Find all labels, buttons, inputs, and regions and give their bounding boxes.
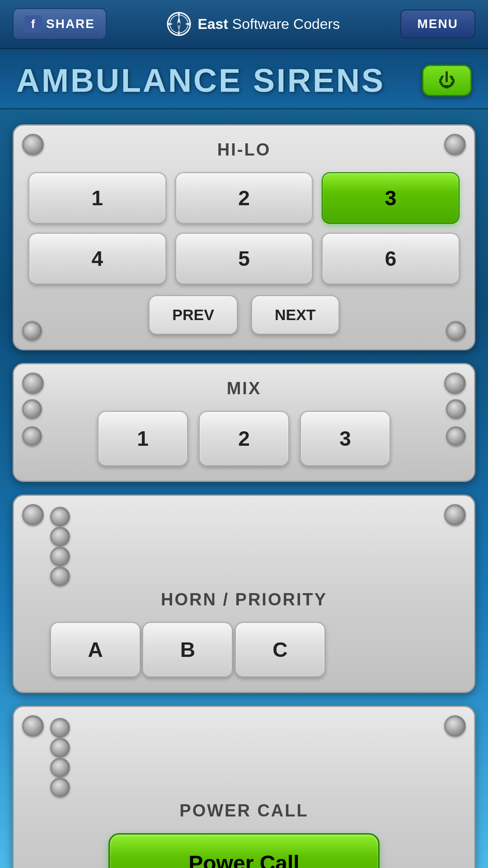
svg-text:E: E [188, 23, 191, 26]
mix-btn-1[interactable]: 1 [98, 411, 188, 466]
screw-br [50, 566, 70, 586]
screw-tr [50, 547, 70, 566]
menu-button[interactable]: MENU [400, 9, 475, 38]
mix-right-screws [446, 399, 466, 446]
horn-left-screws [50, 507, 438, 547]
share-label: SHARE [46, 17, 95, 31]
hilo-panel: HI-LO 1 2 3 4 5 6 PREV NEXT [13, 124, 475, 350]
brand-logo: N S W E East Software Coders [167, 12, 340, 36]
svg-marker-6 [177, 16, 181, 24]
brand-name: East Software Coders [197, 16, 340, 33]
hilo-btn-4[interactable]: 4 [28, 233, 166, 284]
svg-text:N: N [178, 13, 180, 16]
mix-btn-3[interactable]: 3 [300, 411, 390, 466]
hilo-btn-3[interactable]: 3 [322, 172, 460, 224]
power-call-button[interactable]: Power Call [108, 833, 380, 868]
mix-left-screws [22, 399, 42, 446]
mix-btn-row: 1 2 3 [50, 411, 438, 466]
screw-bl [22, 426, 42, 446]
facebook-icon: f [24, 15, 42, 33]
svg-text:W: W [167, 23, 170, 26]
screw-br [446, 321, 466, 341]
brand-bold: East [197, 16, 232, 32]
horn-btn-row: A B C [50, 622, 438, 677]
screw-tl [50, 507, 70, 527]
screw-tl [22, 399, 42, 419]
screw-tr [50, 758, 70, 778]
horn-btn-a[interactable]: A [50, 622, 141, 677]
screw-bl [50, 738, 70, 758]
compass-icon: N S W E [167, 12, 191, 36]
powercall-panel: POWER CALL Power Call [13, 706, 475, 868]
screw-bl [22, 321, 42, 341]
app-title-bar: AMBULANCE SIRENS ⏻ [0, 49, 488, 108]
powercall-left-screws [50, 718, 438, 758]
prev-button[interactable]: PREV [149, 295, 238, 335]
horn-right-screws [50, 547, 438, 586]
top-bar: f SHARE N S W E East Software Coders MEN… [0, 0, 488, 49]
app-title: AMBULANCE SIRENS [16, 62, 385, 99]
screw-br [446, 426, 466, 446]
hilo-btn-5[interactable]: 5 [175, 233, 313, 284]
facebook-share-button[interactable]: f SHARE [13, 8, 107, 40]
svg-text:S: S [178, 33, 180, 36]
hilo-btn-2[interactable]: 2 [175, 172, 313, 224]
power-toggle-button[interactable]: ⏻ [422, 65, 472, 96]
screw-tl [50, 718, 70, 738]
panels-container: HI-LO 1 2 3 4 5 6 PREV NEXT MIX 1 2 3 [0, 111, 488, 868]
brand-suffix: Software Coders [232, 16, 340, 32]
horn-panel: HORN / PRIORITY A B C [13, 495, 475, 693]
powercall-title: POWER CALL [50, 801, 438, 821]
next-button[interactable]: NEXT [251, 295, 339, 335]
horn-btn-b[interactable]: B [142, 622, 233, 677]
screw-tr [446, 399, 466, 419]
screw-br [50, 778, 70, 797]
power-icon: ⏻ [438, 71, 455, 90]
hilo-btn-grid: 1 2 3 4 5 6 [28, 172, 460, 284]
svg-marker-7 [177, 24, 181, 32]
hilo-btn-1[interactable]: 1 [28, 172, 166, 224]
hilo-nav-row: PREV NEXT [28, 295, 460, 335]
mix-title: MIX [50, 379, 438, 398]
hilo-title: HI-LO [28, 140, 460, 160]
mix-btn-2[interactable]: 2 [199, 411, 289, 466]
screw-bl [50, 527, 70, 547]
powercall-right-screws [50, 758, 438, 797]
hilo-btn-6[interactable]: 6 [322, 233, 460, 284]
horn-title: HORN / PRIORITY [50, 590, 438, 609]
mix-panel: MIX 1 2 3 [13, 363, 475, 482]
horn-btn-c[interactable]: C [235, 622, 325, 677]
